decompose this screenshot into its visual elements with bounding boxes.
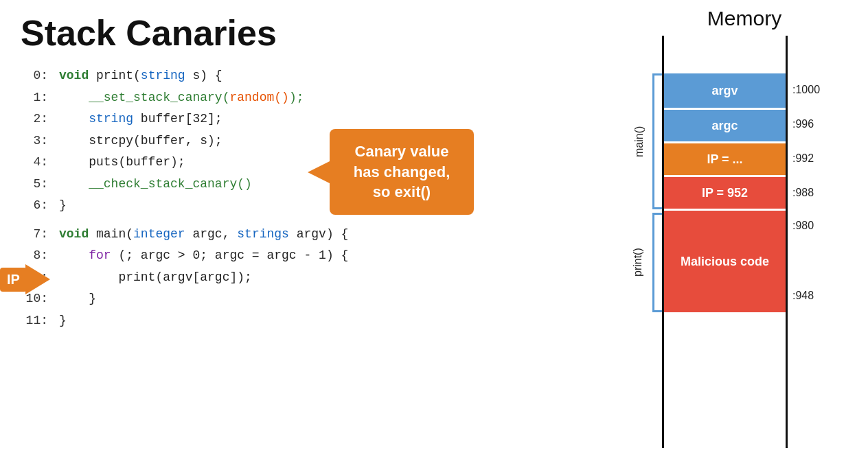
code-line-10: 10: }: [21, 288, 586, 310]
line-num-3: 3:: [21, 130, 48, 152]
main-bracket-shape: [652, 73, 662, 209]
code-line-4: 4: puts(buffer);: [21, 152, 586, 174]
ip-arrow-shape: [25, 264, 50, 294]
code-line-6: 6: }: [21, 195, 586, 217]
line-num-4: 4:: [21, 152, 48, 174]
line-num-0: 0:: [21, 65, 48, 87]
memory-title: Memory: [621, 7, 868, 30]
addr-948: :948: [792, 290, 814, 302]
addr-996: :996: [792, 118, 814, 130]
mem-cell-ip-dots: IP = ...: [664, 143, 786, 175]
main-container: Stack Canaries 0: void print(string s) {…: [0, 0, 868, 455]
mem-right-border: [786, 36, 788, 448]
line-num-6: 6:: [21, 195, 48, 217]
right-panel: Memory argv argc IP = ... IP = 952 Malic…: [607, 0, 868, 455]
addr-992: :992: [792, 152, 814, 165]
code-line-3: 3: strcpy(buffer, s);: [21, 130, 586, 152]
ip-arrow: IP: [0, 264, 52, 294]
line-num-1: 1:: [21, 87, 48, 109]
addr-1000: :1000: [792, 84, 820, 96]
print-bracket-label: print(): [632, 213, 644, 312]
ip-label: IP: [0, 268, 27, 292]
line-num-7: 7:: [21, 224, 48, 246]
page-title: Stack Canaries: [21, 14, 586, 53]
callout-bubble: Canary valuehas changed,so exit(): [330, 129, 474, 215]
mem-cell-argv: argv: [664, 73, 786, 108]
code-line-9: 9: print(argv[argc]);: [21, 267, 586, 289]
line-num-5: 5:: [21, 174, 48, 196]
line-num-8: 8:: [21, 245, 48, 267]
code-line-1: 1: __set_stack_canary(random());: [21, 87, 586, 109]
code-block: 0: void print(string s) { 1: __set_stack…: [21, 65, 586, 331]
print-bracket-shape: [652, 213, 662, 312]
line-num-2: 2:: [21, 108, 48, 130]
mem-cell-ip-952: IP = 952: [664, 177, 786, 209]
addr-980: :980: [792, 220, 814, 232]
code-line-7: 7: void main(integer argc, strings argv)…: [21, 224, 586, 246]
addr-988: :988: [792, 187, 814, 199]
left-panel: Stack Canaries 0: void print(string s) {…: [0, 0, 607, 455]
code-line-11: 11: }: [21, 310, 586, 332]
code-line-5: 5: __check_stack_canary(): [21, 174, 586, 196]
memory-diagram: argv argc IP = ... IP = 952 Malicious co…: [628, 36, 861, 448]
code-line-0: 0: void print(string s) {: [21, 65, 586, 87]
mem-cell-malicious: Malicious code: [664, 211, 786, 312]
code-line-8: 8: for (; argc > 0; argc = argc - 1) {: [21, 245, 586, 267]
line-num-11: 11:: [21, 310, 48, 332]
mem-cell-argc: argc: [664, 110, 786, 141]
main-bracket-label: main(): [633, 73, 646, 209]
code-line-2: 2: string buffer[32];: [21, 108, 586, 130]
